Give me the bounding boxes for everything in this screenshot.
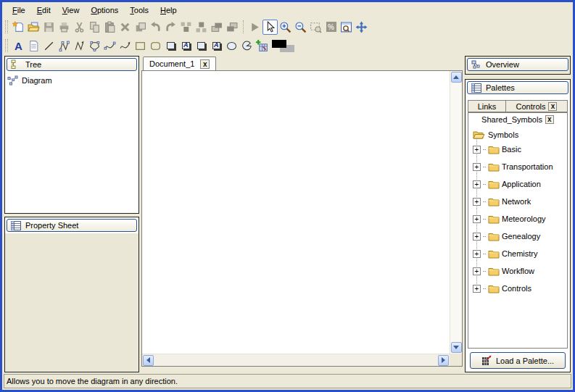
expand-icon[interactable]: + xyxy=(473,215,481,223)
insert-symbol-button[interactable] xyxy=(255,38,270,54)
tree-item-diagram[interactable]: Diagram xyxy=(5,72,138,86)
palette-tree-item[interactable]: + Genealogy xyxy=(473,228,567,245)
save-button[interactable] xyxy=(41,20,57,35)
spline-arrow-tool-button[interactable] xyxy=(117,38,133,54)
diagram-canvas[interactable] xyxy=(142,71,450,354)
redo-button[interactable] xyxy=(163,20,178,35)
text-tool-icon: A xyxy=(15,41,22,51)
select-cursor-icon xyxy=(264,21,276,33)
select-tool-button[interactable] xyxy=(262,20,278,35)
close-icon[interactable]: x xyxy=(200,59,210,69)
polygon-tool-button[interactable] xyxy=(87,38,102,54)
tree-connector-dash xyxy=(483,219,486,220)
palette-tree-item[interactable]: + Chemistry xyxy=(473,245,567,262)
print-button[interactable] xyxy=(57,20,72,35)
shadow-rectangle-tool-button[interactable] xyxy=(194,38,209,54)
spline-tool-button[interactable] xyxy=(102,38,117,54)
filled-rectangle-tool-button[interactable] xyxy=(163,38,178,54)
zoom-percent-button[interactable]: % xyxy=(323,20,339,35)
expand-icon[interactable]: + xyxy=(473,146,481,154)
load-palette-button[interactable]: Load a Palette... xyxy=(470,352,566,369)
bring-to-front-button[interactable] xyxy=(209,20,224,35)
arc-tool-button[interactable] xyxy=(239,38,255,54)
expand-icon[interactable]: + xyxy=(473,250,481,258)
close-icon[interactable]: x xyxy=(548,102,557,111)
palette-tree-root[interactable]: Symbols xyxy=(468,125,567,141)
property-sheet-header[interactable]: Property Sheet xyxy=(7,219,137,232)
send-to-back-button[interactable] xyxy=(224,20,239,35)
zoom-in-button[interactable] xyxy=(278,20,293,35)
horizontal-scrollbar[interactable] xyxy=(142,354,450,366)
folder-icon xyxy=(488,197,500,207)
expand-icon[interactable]: + xyxy=(473,233,481,241)
tree-panel-header[interactable]: Tree xyxy=(7,58,137,71)
left-column: Tree Diagram Property Sheet xyxy=(4,56,139,372)
zoom-out-button[interactable] xyxy=(293,20,308,35)
ellipse-tool-button[interactable] xyxy=(224,38,239,54)
scroll-down-button[interactable] xyxy=(451,342,462,353)
ungroup-button[interactable] xyxy=(194,20,209,35)
color-swatches xyxy=(272,40,295,52)
color-swatches-button[interactable] xyxy=(270,38,296,54)
tab-links[interactable]: Links xyxy=(468,100,505,112)
scroll-up-button[interactable] xyxy=(451,72,462,83)
menu-item[interactable]: Tools xyxy=(124,4,154,16)
expand-icon[interactable]: + xyxy=(473,267,481,275)
text-box-2-tool-button[interactable]: A xyxy=(209,38,224,54)
duplicate-button[interactable] xyxy=(133,20,148,35)
fit-to-window-button[interactable] xyxy=(339,20,354,35)
pan-button[interactable] xyxy=(354,20,369,35)
text-box-icon: A xyxy=(182,42,190,49)
menu-item[interactable]: Help xyxy=(154,4,183,16)
palette-tree-item[interactable]: + Basic xyxy=(473,141,567,158)
polyline-arrow-tool-button[interactable] xyxy=(72,38,87,54)
rectangle-tool-button[interactable] xyxy=(133,38,148,54)
expand-icon[interactable]: + xyxy=(473,198,481,206)
group-button[interactable] xyxy=(178,20,194,35)
expand-icon[interactable]: + xyxy=(473,163,481,171)
menu-item[interactable]: Options xyxy=(85,4,124,16)
palette-tree-item[interactable]: + Application xyxy=(473,175,567,193)
text-tool-button[interactable]: A xyxy=(11,38,26,54)
tab-controls[interactable]: Controls x xyxy=(505,100,568,112)
menu-item[interactable]: File xyxy=(7,4,31,16)
scroll-left-button[interactable] xyxy=(143,355,154,366)
polyline-tool-button[interactable] xyxy=(57,38,72,54)
menu-item[interactable]: View xyxy=(57,4,86,16)
open-button[interactable] xyxy=(26,20,41,35)
palette-tree-item[interactable]: + Controls xyxy=(473,280,567,297)
tab-shared-symbols[interactable]: Shared_Symbols x xyxy=(468,112,568,125)
close-icon[interactable]: x xyxy=(545,115,554,124)
zoom-area-button[interactable] xyxy=(308,20,323,35)
run-button[interactable] xyxy=(247,20,262,35)
palette-tree-item[interactable]: + Meteorology xyxy=(473,210,567,228)
palette-tree-item[interactable]: + Workflow xyxy=(473,262,567,280)
menu-item[interactable]: Edit xyxy=(31,4,57,16)
vertical-scrollbar[interactable] xyxy=(450,71,462,354)
expand-icon[interactable]: + xyxy=(473,180,481,188)
note-tool-button[interactable] xyxy=(26,38,41,54)
status-text: Allows you to move the diagram in any di… xyxy=(7,377,178,385)
palette-tree-item[interactable]: + Transportation xyxy=(473,158,567,175)
text-box-tool-button[interactable]: A xyxy=(178,38,194,54)
expand-icon[interactable]: + xyxy=(473,285,481,293)
undo-button[interactable] xyxy=(148,20,163,35)
new-button[interactable] xyxy=(11,20,26,35)
toolbar-grip[interactable] xyxy=(5,20,8,33)
fill-color-swatch[interactable] xyxy=(272,40,286,48)
palettes-header[interactable]: Palettes xyxy=(467,81,568,94)
main-area: Tree Diagram Property Sheet xyxy=(2,55,573,374)
line-tool-button[interactable] xyxy=(41,38,57,54)
overview-header[interactable]: Overview xyxy=(467,58,568,71)
scroll-right-button[interactable] xyxy=(438,355,449,366)
paste-button[interactable] xyxy=(102,20,117,35)
palette-tab-bar: Links Controls x Shared_Symbols x xyxy=(468,100,568,125)
tab-document-1[interactable]: Document_1 x xyxy=(143,57,216,70)
delete-button[interactable] xyxy=(117,20,133,35)
toolbar-grip[interactable] xyxy=(5,39,8,52)
palette-tree-item-label: Application xyxy=(502,180,541,188)
palette-tree-item[interactable]: + Network xyxy=(473,193,567,210)
cut-button[interactable] xyxy=(72,20,87,35)
copy-button[interactable] xyxy=(87,20,102,35)
rounded-rectangle-tool-button[interactable] xyxy=(148,38,163,54)
